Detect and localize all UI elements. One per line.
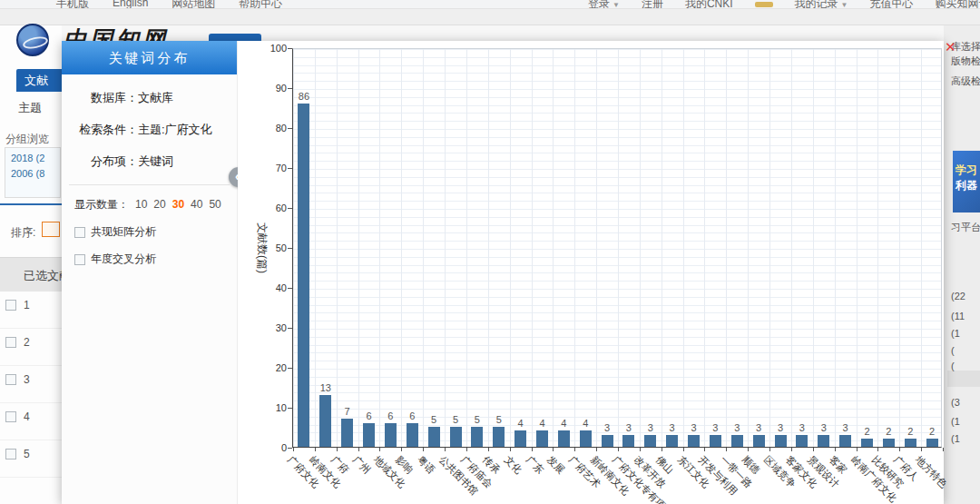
row-checkbox[interactable] [5,449,16,460]
right-fragment: ( [951,361,955,371]
year-facet-link[interactable]: 2018 (2 [5,148,60,163]
caret-down-icon: ▼ [612,1,620,9]
bar-东江文化 [688,435,700,447]
yearly-cross-label: 年度交叉分析 [91,252,156,267]
subject-label: 主题 [18,100,42,116]
nav-item-手机版[interactable]: 手机版 [56,0,89,9]
database-field: 数据库： 文献库 [62,90,237,106]
x-tick-mark [899,448,900,451]
count-option-20[interactable]: 20 [153,198,165,211]
bar-广东 [536,430,548,447]
x-tick-mark [877,448,878,451]
y-tick-label: 90 [250,83,287,94]
y-tick-label: 20 [250,362,287,373]
cooccurrence-checkbox[interactable] [74,227,85,238]
close-icon[interactable]: ✕ [945,41,956,54]
count-option-50[interactable]: 50 [209,198,220,211]
tab-literature[interactable]: 文献 [16,69,62,92]
bar-地方特色 [926,439,938,447]
right-fragment[interactable]: 高级检 [951,74,980,88]
x-tick-mark [640,448,641,451]
top-utility-bar: 手机版English网站地图帮助中心 登录▼注册我的CNKI我的记录▼充值中心购… [0,0,980,9]
yearly-cross-checkbox-row[interactable]: 年度交叉分析 [74,252,237,267]
display-count-label: 显示数量： [74,198,129,211]
bar-顺德 [753,435,765,447]
search-condition-field: 检索条件： 主题:广府文化 [62,122,237,138]
right-fragment[interactable]: 版物检 [951,54,980,68]
nav-item-网站地图[interactable]: 网站地图 [172,0,215,9]
table-row: 5 [0,440,62,478]
y-tick-label: 70 [250,163,287,173]
y-tick-label: 50 [250,242,287,253]
selected-docs-header: 已选文献 [0,257,62,292]
row-checkbox[interactable] [5,337,16,348]
bar-公共图书馆 [450,427,462,447]
bar-value-label: 2 [918,426,946,437]
bar-广府文化专有项 [622,435,634,447]
plot-area: 86137666555544443333333333332222 [292,48,942,448]
x-tick-mark [553,448,554,451]
x-tick-mark [466,448,467,451]
bar-一带一路 [731,435,743,447]
x-axis-label-广州: 广州 [349,453,373,477]
nav-item-购买知网卡[interactable]: 购买知网卡 [936,0,980,9]
nav-item-帮助中心[interactable]: 帮助中心 [239,0,282,9]
x-tick-mark [445,448,446,451]
sort-option-box[interactable] [42,222,60,237]
count-option-10[interactable]: 10 [135,198,147,211]
cooccurrence-checkbox-row[interactable]: 共现矩阵分析 [74,224,237,240]
y-tick-label: 40 [250,282,287,293]
database-value: 文献库 [138,90,173,106]
row-number: 5 [24,448,30,460]
promo-line: 利器 [953,178,980,193]
bar-新岭南文化 [602,435,613,447]
bar-粤语 [428,427,440,447]
nav-item-注册[interactable]: 注册 [642,0,663,9]
document-rows: 12345 [0,292,62,478]
y-tick-mark [288,448,292,449]
bar-传承 [493,427,505,447]
bar-客家文化 [796,435,808,447]
year-facet-link[interactable]: 2006 (8 [5,163,60,179]
row-number: 3 [24,373,30,386]
row-number: 2 [24,336,30,349]
table-row: 3 [0,366,62,403]
nav-item-登录[interactable]: 登录▼ [588,0,620,9]
x-tick-mark [748,448,749,451]
x-tick-mark [423,448,424,451]
database-label: 数据库： [62,90,138,106]
nav-item-充值中心[interactable]: 充值中心 [870,0,914,9]
nav-item-English[interactable]: English [113,0,148,9]
count-option-40[interactable]: 40 [191,198,202,211]
row-checkbox[interactable] [5,300,16,311]
right-fragment: (1 [951,416,960,427]
x-tick-mark [315,448,316,451]
x-tick-mark [618,448,619,451]
results-left-column: 文献 主题 分组浏览 2018 (22006 (8 排序: 已选文献 12345 [0,25,62,504]
x-tick-mark [401,448,402,451]
y-tick-label: 0 [250,442,287,453]
promo-banner[interactable]: 学习 利器 [953,151,980,212]
nav-item-我的记录[interactable]: 我的记录▼ [795,0,848,9]
year-facet-box: 2018 (22006 (8 [5,147,61,198]
row-checkbox[interactable] [5,411,16,422]
row-number: 1 [24,299,30,311]
bar-广府 [341,419,353,447]
x-tick-mark [857,448,858,451]
bar-地域文化 [385,423,397,447]
row-checkbox[interactable] [5,374,16,385]
right-fragment: (1 [951,433,960,444]
bar-广府人 [905,439,916,447]
x-tick-mark [704,448,705,451]
nav-item-我的CNKI[interactable]: 我的CNKI [685,0,733,9]
right-facet-column: 学习 利器 库选择版物检高级检习平台(22(11(1(((3(1(1 [944,25,980,504]
display-count-row: 显示数量：1020304050 [74,197,237,212]
bar-广府文化 [298,104,309,447]
count-option-30[interactable]: 30 [172,198,184,211]
x-axis-label-广东: 广东 [523,453,546,477]
yearly-cross-checkbox[interactable] [74,254,85,265]
x-tick-mark [293,448,294,451]
x-tick-mark [488,448,489,451]
divider [0,203,62,205]
x-tick-mark [943,448,944,451]
